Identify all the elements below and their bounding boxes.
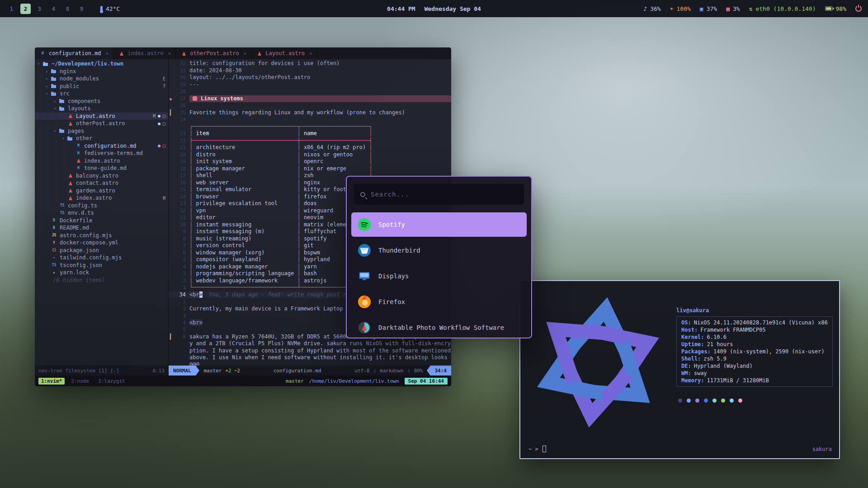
disk-module[interactable]: ▣ 37% — [700, 5, 717, 12]
fetch-key: Host: — [681, 326, 698, 333]
tree-item-configuration.md[interactable]: Mconfiguration.md●□ — [35, 142, 168, 150]
editor-tab-index.astro[interactable]: index.astro× — [113, 47, 176, 59]
editor-line: 21│ architecture │ x86_64 (rip m2 pro) │ — [169, 144, 451, 151]
tmux-window-2node[interactable]: 2:node — [68, 378, 92, 385]
workspace-button-9[interactable]: 9 — [76, 4, 87, 14]
shell-prompt[interactable]: ~ > — [528, 446, 546, 452]
tree-item-src[interactable]: ▾src — [35, 90, 168, 98]
terminal-color-palette — [678, 399, 833, 403]
gutter-sign — [169, 200, 175, 207]
volume-value: 36% — [650, 5, 660, 12]
workspace-button-4[interactable]: 4 — [48, 4, 59, 14]
brightness-module[interactable]: ☀ 100% — [670, 5, 691, 12]
close-icon[interactable]: × — [106, 51, 109, 56]
close-icon[interactable]: × — [309, 51, 312, 56]
launcher-item-label: Firefox — [378, 298, 405, 305]
tree-item-Dockerfile[interactable]: DDockerfile — [35, 217, 168, 225]
close-icon[interactable]: × — [244, 51, 247, 56]
temperature-module[interactable]: 42°C — [100, 5, 120, 12]
tree-item-otherPost.astro[interactable]: otherPost.astro●□ — [35, 120, 168, 127]
tree-item-balcony.astro[interactable]: balcony.astro — [35, 172, 168, 180]
workspace-button-8[interactable]: 8 — [62, 4, 73, 14]
power-module[interactable] — [855, 5, 862, 12]
tree-item-6hiddenitems[interactable]: (6 hidden items) — [35, 277, 168, 284]
astro-file-icon — [118, 50, 125, 57]
gutter-sign — [169, 291, 175, 299]
brightness-value: 100% — [677, 5, 691, 12]
launcher-item-spotify[interactable]: Spotify — [351, 212, 527, 237]
tree-item-label: (6 hidden items) — [53, 277, 105, 283]
workspace-button-3[interactable]: 3 — [34, 4, 45, 14]
tree-item-env.d.ts[interactable]: TSenv.d.ts — [35, 209, 168, 217]
launcher-search-input[interactable]: Search... — [354, 184, 524, 205]
workspace-button-2[interactable]: 2 — [20, 4, 31, 14]
close-icon[interactable]: × — [168, 51, 171, 56]
volume-module[interactable]: ♪ 36% — [643, 5, 660, 12]
battery-module[interactable]: 98% — [825, 5, 846, 12]
indent-guide — [40, 217, 46, 225]
tree-item-node_modules[interactable]: ▸node_modulesE — [35, 75, 168, 83]
launcher-item-thunderbird[interactable]: Thunderbird — [351, 238, 527, 263]
indent-guide — [56, 194, 62, 202]
tree-item-pages[interactable]: ▾pages — [35, 127, 168, 135]
line-number: 12 — [175, 207, 189, 215]
tmux-path: /home/liv/Development/liv.town — [309, 378, 399, 384]
indent-guide — [40, 105, 46, 113]
indent-guide — [48, 142, 54, 150]
indent-guide — [40, 224, 46, 232]
tree-item-config.ts[interactable]: TSconfig.ts — [35, 202, 168, 210]
tree-item-index.astro[interactable]: index.astro — [35, 157, 168, 165]
tmux-window-3lazygit[interactable]: 3:lazygit — [95, 378, 128, 385]
tree-item-Layout.astro[interactable]: Layout.astroH●□ — [35, 113, 168, 120]
editor-tab-Layout.astro[interactable]: Layout.astro× — [251, 47, 317, 59]
ethernet-icon: ⇅ — [749, 5, 753, 12]
gutter-sign — [169, 207, 175, 215]
line-number: 29 — [175, 81, 189, 89]
tree-item-yarn.lock[interactable]: ▪yarn.lock — [35, 269, 168, 277]
tree-item-public[interactable]: ▸public? — [35, 83, 168, 90]
gutter-sign — [169, 74, 175, 81]
tree-item-index.astro[interactable]: index.astroH — [35, 194, 168, 202]
indent-guide — [48, 187, 54, 195]
tmux-window-1nvim[interactable]: 1:nvim* — [38, 378, 65, 385]
launcher-item-displays[interactable]: Displays — [351, 264, 527, 288]
editor-tab-otherPost.astro[interactable]: otherPost.astro× — [176, 47, 251, 59]
workspace-button-1[interactable]: 1 — [6, 4, 17, 14]
palette-dot — [678, 399, 682, 403]
thermometer-icon — [100, 6, 103, 12]
tree-item-Developmentliv.town[interactable]: ▾~/Development/liv.town — [35, 60, 168, 68]
gutter-sign — [169, 263, 175, 271]
indent-guide — [48, 120, 54, 127]
tree-item-garden.astro[interactable]: garden.astro — [35, 187, 168, 195]
cpu-module[interactable]: ▦ 3% — [726, 5, 740, 12]
tree-item-nginx[interactable]: ▸nginx — [35, 68, 168, 75]
tree-item-docker-compose.yml[interactable]: Ydocker-compose.yml — [35, 239, 168, 247]
tree-item-components[interactable]: ▸components — [35, 98, 168, 105]
line-number: 28 — [175, 88, 189, 95]
fetch-line-memory: Memory:11731MiB / 31280MiB — [681, 377, 828, 384]
tree-item-fediverse-terms.md[interactable]: Mfediverse-terms.md — [35, 150, 168, 157]
gutter-sign — [169, 172, 175, 179]
tree-item-astro.config.mjs[interactable]: JSastro.config.mjs — [35, 232, 168, 239]
tree-item-contact.astro[interactable]: contact.astro — [35, 179, 168, 187]
network-module[interactable]: ⇅ eth0 (10.0.0.140) — [749, 5, 816, 12]
tree-item-tsconfig.json[interactable]: TStsconfig.json — [35, 262, 168, 269]
editor-line: 25Favorite things regarding Linux and my… — [169, 109, 451, 117]
fastfetch-terminal[interactable]: liv@sakura OS:NixOS 24.11.20240828.71e91… — [519, 280, 840, 459]
launcher-item-darktable-photo-workflow-software[interactable]: Darktable Photo Workflow Software — [351, 315, 527, 338]
tree-item-package.json[interactable]: {}package.json — [35, 247, 168, 254]
tree-item-README.md[interactable]: RREADME.md — [35, 224, 168, 232]
md-file-icon: M — [39, 50, 46, 57]
tree-item-other[interactable]: ▾other — [35, 135, 168, 142]
palette-dot — [712, 399, 717, 403]
tree-item-tone-guide.md[interactable]: Mtone-guide.md — [35, 164, 168, 172]
readme-file-icon: R — [51, 225, 57, 231]
launcher-item-firefox[interactable]: Firefox — [351, 290, 527, 314]
ts-file-icon: TS — [51, 262, 57, 268]
tree-item-tailwind.config.mjs[interactable]: ~tailwind.config.mjs — [35, 254, 168, 262]
editor-tab-configuration.md[interactable]: Mconfiguration.md× — [35, 47, 113, 59]
clock-module[interactable]: 04:44 PM Wednesday Sep 04 — [387, 5, 481, 12]
tree-item-layouts[interactable]: ▾layouts — [35, 105, 168, 113]
gutter-sign — [169, 179, 175, 187]
chevron-open-icon: ▾ — [38, 61, 42, 66]
